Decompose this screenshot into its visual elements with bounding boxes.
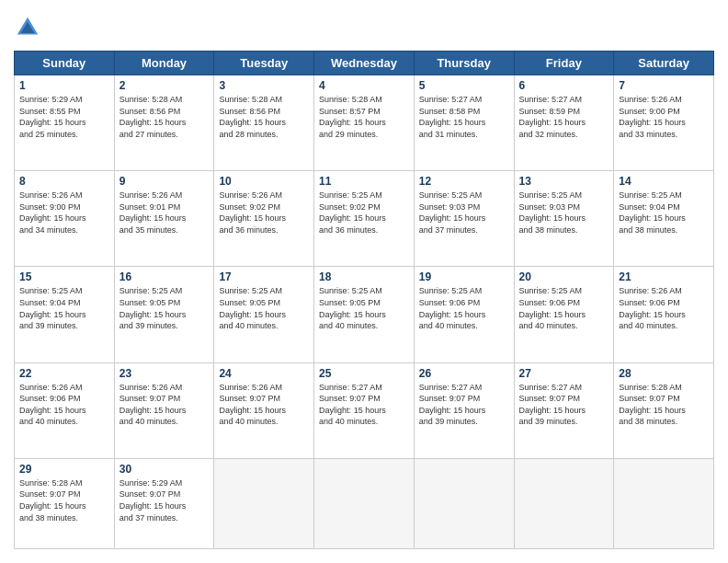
day-number: 1 <box>19 79 109 92</box>
day-number: 6 <box>519 79 609 92</box>
day-header-saturday: Saturday <box>614 52 714 75</box>
calendar-cell <box>614 458 714 548</box>
day-number: 20 <box>519 270 609 283</box>
day-info: Sunrise: 5:25 AMSunset: 9:06 PMDaylight:… <box>519 285 609 331</box>
calendar-cell: 19Sunrise: 5:25 AMSunset: 9:06 PMDayligh… <box>414 267 514 362</box>
day-number: 12 <box>419 175 509 188</box>
calendar-cell: 25Sunrise: 5:27 AMSunset: 9:07 PMDayligh… <box>314 362 415 458</box>
day-info: Sunrise: 5:26 AMSunset: 9:07 PMDaylight:… <box>119 382 210 428</box>
day-info: Sunrise: 5:26 AMSunset: 9:02 PMDaylight:… <box>219 190 309 236</box>
calendar-cell: 23Sunrise: 5:26 AMSunset: 9:07 PMDayligh… <box>114 362 214 458</box>
day-number: 22 <box>19 367 109 380</box>
day-info: Sunrise: 5:26 AMSunset: 9:01 PMDaylight:… <box>119 190 210 236</box>
day-info: Sunrise: 5:29 AMSunset: 8:55 PMDaylight:… <box>19 94 109 140</box>
day-header-thursday: Thursday <box>414 52 514 75</box>
calendar-cell: 12Sunrise: 5:25 AMSunset: 9:03 PMDayligh… <box>414 171 514 267</box>
day-info: Sunrise: 5:29 AMSunset: 9:07 PMDaylight:… <box>119 477 210 523</box>
calendar-cell: 5Sunrise: 5:27 AMSunset: 8:58 PMDaylight… <box>414 75 514 171</box>
day-number: 18 <box>319 270 409 283</box>
day-number: 19 <box>419 270 509 283</box>
day-info: Sunrise: 5:28 AMSunset: 9:07 PMDaylight:… <box>619 382 709 428</box>
calendar-header-row: SundayMondayTuesdayWednesdayThursdayFrid… <box>15 52 714 75</box>
day-number: 5 <box>419 79 509 92</box>
calendar-week-row: 15Sunrise: 5:25 AMSunset: 9:04 PMDayligh… <box>15 267 714 362</box>
logo-icon <box>14 14 41 41</box>
calendar-cell: 16Sunrise: 5:25 AMSunset: 9:05 PMDayligh… <box>114 267 214 362</box>
calendar-cell: 17Sunrise: 5:25 AMSunset: 9:05 PMDayligh… <box>214 267 314 362</box>
calendar-cell: 9Sunrise: 5:26 AMSunset: 9:01 PMDaylight… <box>114 171 214 267</box>
day-number: 8 <box>19 175 109 188</box>
day-info: Sunrise: 5:28 AMSunset: 8:57 PMDaylight:… <box>319 94 409 140</box>
calendar-cell <box>314 458 415 548</box>
day-number: 17 <box>219 270 309 283</box>
calendar-cell: 6Sunrise: 5:27 AMSunset: 8:59 PMDaylight… <box>514 75 614 171</box>
day-info: Sunrise: 5:25 AMSunset: 9:05 PMDaylight:… <box>119 285 210 331</box>
day-number: 7 <box>619 79 709 92</box>
day-info: Sunrise: 5:25 AMSunset: 9:05 PMDaylight:… <box>219 285 309 331</box>
calendar-cell: 14Sunrise: 5:25 AMSunset: 9:04 PMDayligh… <box>614 171 714 267</box>
calendar-week-row: 22Sunrise: 5:26 AMSunset: 9:06 PMDayligh… <box>15 362 714 458</box>
day-info: Sunrise: 5:27 AMSunset: 9:07 PMDaylight:… <box>419 382 509 428</box>
day-header-sunday: Sunday <box>15 52 115 75</box>
day-number: 29 <box>19 463 109 476</box>
day-number: 21 <box>619 270 709 283</box>
calendar-cell: 2Sunrise: 5:28 AMSunset: 8:56 PMDaylight… <box>114 75 214 171</box>
calendar-cell: 21Sunrise: 5:26 AMSunset: 9:06 PMDayligh… <box>614 267 714 362</box>
day-info: Sunrise: 5:28 AMSunset: 8:56 PMDaylight:… <box>119 94 210 140</box>
day-number: 27 <box>519 367 609 380</box>
day-number: 23 <box>119 367 210 380</box>
calendar-cell: 18Sunrise: 5:25 AMSunset: 9:05 PMDayligh… <box>314 267 415 362</box>
day-info: Sunrise: 5:27 AMSunset: 8:59 PMDaylight:… <box>519 94 609 140</box>
day-number: 3 <box>219 79 309 92</box>
calendar-cell: 7Sunrise: 5:26 AMSunset: 9:00 PMDaylight… <box>614 75 714 171</box>
day-info: Sunrise: 5:28 AMSunset: 8:56 PMDaylight:… <box>219 94 309 140</box>
page: SundayMondayTuesdayWednesdayThursdayFrid… <box>0 0 728 563</box>
calendar-cell: 11Sunrise: 5:25 AMSunset: 9:02 PMDayligh… <box>314 171 415 267</box>
calendar-cell <box>414 458 514 548</box>
day-info: Sunrise: 5:27 AMSunset: 9:07 PMDaylight:… <box>519 382 609 428</box>
day-number: 16 <box>119 270 210 283</box>
day-number: 13 <box>519 175 609 188</box>
day-header-friday: Friday <box>514 52 614 75</box>
day-number: 2 <box>119 79 210 92</box>
day-info: Sunrise: 5:25 AMSunset: 9:03 PMDaylight:… <box>519 190 609 236</box>
calendar-cell <box>514 458 614 548</box>
calendar-cell: 4Sunrise: 5:28 AMSunset: 8:57 PMDaylight… <box>314 75 415 171</box>
day-number: 26 <box>419 367 509 380</box>
day-header-tuesday: Tuesday <box>214 52 314 75</box>
day-info: Sunrise: 5:25 AMSunset: 9:05 PMDaylight:… <box>319 285 409 331</box>
day-info: Sunrise: 5:27 AMSunset: 8:58 PMDaylight:… <box>419 94 509 140</box>
day-info: Sunrise: 5:25 AMSunset: 9:04 PMDaylight:… <box>19 285 109 331</box>
calendar-cell: 29Sunrise: 5:28 AMSunset: 9:07 PMDayligh… <box>15 458 115 548</box>
calendar-cell: 3Sunrise: 5:28 AMSunset: 8:56 PMDaylight… <box>214 75 314 171</box>
day-number: 11 <box>319 175 409 188</box>
calendar-cell: 24Sunrise: 5:26 AMSunset: 9:07 PMDayligh… <box>214 362 314 458</box>
day-number: 25 <box>319 367 409 380</box>
day-info: Sunrise: 5:26 AMSunset: 9:00 PMDaylight:… <box>19 190 109 236</box>
logo <box>14 14 45 41</box>
day-info: Sunrise: 5:26 AMSunset: 9:07 PMDaylight:… <box>219 382 309 428</box>
calendar-cell: 10Sunrise: 5:26 AMSunset: 9:02 PMDayligh… <box>214 171 314 267</box>
day-number: 4 <box>319 79 409 92</box>
day-header-wednesday: Wednesday <box>314 52 415 75</box>
calendar-cell: 15Sunrise: 5:25 AMSunset: 9:04 PMDayligh… <box>15 267 115 362</box>
day-header-monday: Monday <box>114 52 214 75</box>
calendar-cell: 22Sunrise: 5:26 AMSunset: 9:06 PMDayligh… <box>15 362 115 458</box>
calendar-cell: 13Sunrise: 5:25 AMSunset: 9:03 PMDayligh… <box>514 171 614 267</box>
day-info: Sunrise: 5:26 AMSunset: 9:06 PMDaylight:… <box>619 285 709 331</box>
calendar-cell: 20Sunrise: 5:25 AMSunset: 9:06 PMDayligh… <box>514 267 614 362</box>
day-info: Sunrise: 5:25 AMSunset: 9:03 PMDaylight:… <box>419 190 509 236</box>
calendar-cell: 27Sunrise: 5:27 AMSunset: 9:07 PMDayligh… <box>514 362 614 458</box>
header <box>14 14 714 41</box>
day-number: 30 <box>119 463 210 476</box>
day-info: Sunrise: 5:27 AMSunset: 9:07 PMDaylight:… <box>319 382 409 428</box>
day-number: 28 <box>619 367 709 380</box>
calendar-cell: 1Sunrise: 5:29 AMSunset: 8:55 PMDaylight… <box>15 75 115 171</box>
day-number: 10 <box>219 175 309 188</box>
calendar-cell: 8Sunrise: 5:26 AMSunset: 9:00 PMDaylight… <box>15 171 115 267</box>
calendar-cell: 26Sunrise: 5:27 AMSunset: 9:07 PMDayligh… <box>414 362 514 458</box>
day-number: 9 <box>119 175 210 188</box>
calendar-cell: 28Sunrise: 5:28 AMSunset: 9:07 PMDayligh… <box>614 362 714 458</box>
day-number: 15 <box>19 270 109 283</box>
calendar-week-row: 1Sunrise: 5:29 AMSunset: 8:55 PMDaylight… <box>15 75 714 171</box>
